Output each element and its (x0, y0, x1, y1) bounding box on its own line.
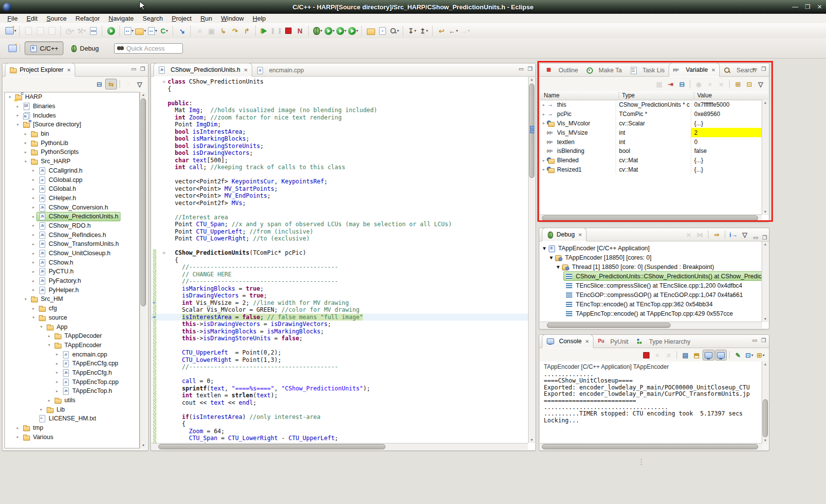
expand-arrow-icon[interactable]: ▸ (54, 380, 60, 384)
debug-frame[interactable]: ▾Thread [1] 18850 [core: 0] (Suspended :… (540, 262, 768, 271)
explorer-item-bin[interactable]: ▸bin (5, 129, 139, 139)
expand-arrow-icon[interactable]: ▸ (23, 132, 29, 136)
explorer-item-CGlobal.cpp[interactable]: ▸CGlobal.cpp (5, 175, 139, 184)
variable-row-Blended[interactable]: ▸Blendedcv::Mat{...} (540, 156, 768, 165)
pin-console-button[interactable]: ✎ (733, 350, 743, 360)
explorer-item-PyFactory.h[interactable]: ▸PyFactory.h (5, 276, 139, 286)
annotation-gutter[interactable] (151, 178, 160, 185)
annotation-gutter[interactable] (151, 328, 160, 335)
variable-row-this[interactable]: ▸thisCShow_PredictionUnits * c0x7ffffffe… (540, 100, 768, 110)
maximize-view-icon[interactable]: ❐ (140, 66, 145, 72)
code-line[interactable]: Zoom = 64; (151, 428, 528, 435)
open-console-button[interactable]: ⊞ (755, 350, 766, 360)
expand-arrow-icon[interactable]: ▸ (541, 103, 547, 107)
close-icon[interactable]: ✕ (711, 67, 715, 73)
code-line[interactable]: bool isDrawingStoreUnits; (151, 143, 528, 150)
variables-tab-Task Lis[interactable]: Task Lis (626, 64, 669, 76)
annotation-gutter[interactable] (151, 278, 160, 285)
explorer-scrollbar[interactable]: ▲ ▼ (140, 92, 147, 448)
display-selected-console-button[interactable]: ⊡ (744, 350, 755, 360)
terminate-button[interactable] (641, 350, 651, 360)
code-line[interactable]: Point CTU_UpperLeft; //from (inclusive) (151, 228, 528, 236)
menu-edit[interactable]: Edit (22, 15, 42, 22)
console-output[interactable]: ..............====CShow_UnitCloseup====E… (540, 371, 762, 424)
expand-arrow-icon[interactable]: ▸ (54, 370, 60, 375)
annotation-gutter[interactable] (151, 121, 160, 128)
code-line[interactable]: int textlen = strlen(text); (151, 392, 528, 399)
annotation-gutter[interactable] (151, 264, 160, 271)
code-line[interactable]: bool isDrawingVectors; (151, 149, 528, 157)
debug-frame[interactable]: CShow_PredictionUnits::CShow_PredictionU… (540, 271, 768, 281)
expand-arrow-icon[interactable]: ▸ (30, 187, 36, 191)
link-with-editor-button[interactable]: ⇆ (105, 79, 117, 89)
menu-window[interactable]: Window (217, 15, 248, 22)
annotation-gutter[interactable] (151, 406, 160, 414)
annotation-gutter[interactable] (151, 228, 160, 236)
menu-refactor[interactable]: Refactor (71, 15, 104, 22)
debug-frame[interactable]: ▾TAppEncoder [18850] [cores: 0] (540, 253, 768, 262)
code-editor[interactable]: ⊖class CShow_PredictionUnits{public: Mat… (151, 77, 528, 443)
annotation-gutter[interactable] (151, 392, 160, 399)
annotation-gutter[interactable] (151, 371, 160, 378)
explorer-item-CShow.h[interactable]: ▸CShow.h (5, 258, 139, 267)
expand-arrow-icon[interactable]: ▸ (30, 178, 36, 182)
explorer-item-LICENSE_HM.txt[interactable]: LICENSE_HM.txt (5, 414, 139, 423)
expand-arrow-icon[interactable]: ▾ (38, 325, 44, 329)
explorer-item-Binaries[interactable]: ▸Binaries (5, 102, 139, 111)
run-button[interactable] (324, 25, 335, 37)
explorer-item-encmain.cpp[interactable]: ▸encmain.cpp (5, 350, 139, 359)
code-line[interactable] (151, 242, 528, 250)
expand-arrow-icon[interactable]: ▸ (30, 223, 36, 228)
code-line[interactable]: call = 0; (151, 378, 528, 385)
new-c-file-button[interactable]: c+ (147, 25, 158, 37)
show-on-stdout-button[interactable] (703, 350, 714, 360)
annotation-gutter[interactable] (151, 192, 160, 200)
explorer-item-cfg[interactable]: ▸cfg (5, 304, 139, 313)
variables-vertical-scrollbar[interactable]: ▲▼ (762, 100, 768, 215)
editor-tab-CShow_PredictionUnits.h[interactable]: CShow_PredictionUnits.h✕ (153, 63, 252, 77)
variable-row-Vis_MVcolor[interactable]: ▸Vis_MVcolorcv::Scalar{...} (540, 119, 768, 128)
code-line[interactable]: { (151, 86, 528, 93)
maximize-view-icon[interactable]: ❐ (762, 235, 767, 241)
explorer-item-source[interactable]: ▾source (5, 313, 139, 323)
explorer-item-Src_HARP[interactable]: ▾Src_HARP (5, 157, 139, 166)
annotation-gutter[interactable] (151, 128, 160, 136)
code-line[interactable]: CTU_LowerRight = Point(1,3); (151, 356, 528, 364)
explorer-item-CGlobal.h[interactable]: ▸CGlobal.h (5, 184, 139, 194)
editor-horizontal-scrollbar[interactable] (151, 443, 528, 450)
col-value[interactable]: Value (694, 92, 768, 99)
col-type[interactable]: Type (619, 92, 694, 99)
expand-arrow-icon[interactable]: ▸ (30, 214, 36, 219)
code-line[interactable]: ⊖class CShow_PredictionUnits (151, 78, 528, 86)
close-icon[interactable]: ✕ (244, 67, 248, 73)
collapse-all-button[interactable]: ⊟ (94, 79, 105, 89)
menu-run[interactable]: Run (196, 15, 217, 22)
annotation-gutter[interactable] (151, 92, 160, 100)
expand-arrow-icon[interactable]: ▸ (30, 260, 36, 265)
annotation-gutter[interactable] (151, 428, 160, 435)
debug-frame[interactable]: TEncTop::encode() at TEncTop.cpp:362 0x5… (540, 299, 768, 309)
new-c-class-button[interactable]: c+ (123, 25, 135, 37)
disconnect-button[interactable]: N (294, 25, 306, 37)
code-line[interactable]: vector<Point> MV_StartPoints; (151, 185, 528, 193)
overview-annotation-mark[interactable] (530, 130, 534, 133)
show-logical-structures-button[interactable]: ⇥ (665, 79, 676, 89)
annotation-gutter[interactable] (151, 242, 160, 250)
explorer-item-TAppEncTop.h[interactable]: ▸TAppEncTop.h (5, 386, 139, 396)
explorer-item-PythonLib[interactable]: ▸PythonLib (5, 138, 139, 148)
minimize-view-icon[interactable]: ▭ (753, 235, 758, 241)
new-wizard-button[interactable] (5, 25, 17, 37)
expand-arrow-icon[interactable]: ▾ (23, 159, 29, 164)
clear-console-button[interactable]: ▤ (680, 350, 691, 360)
explorer-item-tmp[interactable]: ▸tmp (5, 423, 139, 433)
step-into-button[interactable]: ↳ (217, 25, 229, 37)
explorer-item-Includes[interactable]: ▸Includes (5, 111, 139, 120)
explorer-item-CShow_PredictionUnits.h[interactable]: ▸CShow_PredictionUnits.h (5, 212, 139, 221)
annotation-gutter[interactable] (151, 164, 160, 171)
console-tab-Type Hierarchy[interactable]: Type Hierarchy (632, 336, 694, 348)
view-menu-button[interactable]: ▽ (134, 79, 145, 89)
code-line[interactable]: this->isDrawingStoreUnits = false; (151, 335, 528, 342)
code-line[interactable]: vector<Point2f> KeypointsCur, KeypointsR… (151, 178, 528, 185)
explorer-item-CCallgrind.h[interactable]: ▸CCallgrind.h (5, 166, 139, 176)
code-line[interactable]: { (151, 257, 528, 264)
